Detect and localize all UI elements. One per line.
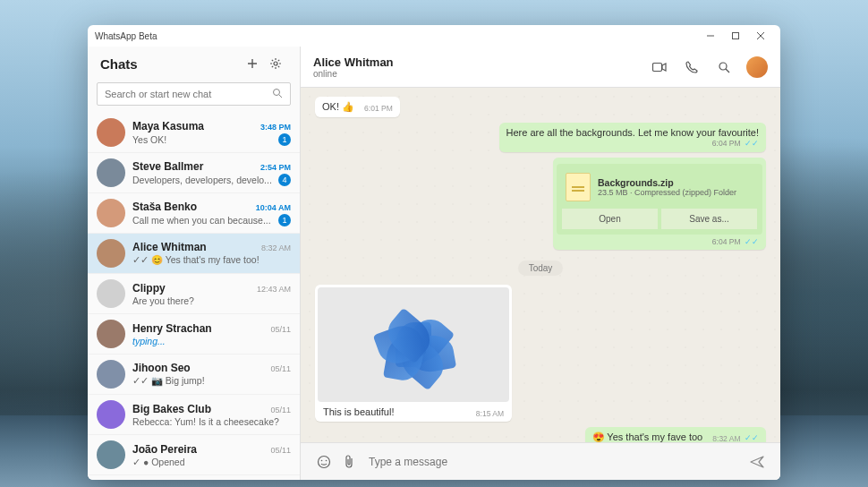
svg-point-13	[321, 459, 323, 461]
avatar	[97, 199, 125, 227]
svg-point-12	[319, 456, 330, 467]
chat-preview: Yes OK!	[132, 134, 278, 145]
chat-time: 3:48 PM	[260, 123, 291, 132]
chat-list-item[interactable]: Staša Benko 10:04 AM Call me when you ca…	[88, 193, 300, 234]
chat-time: 05/11	[270, 446, 291, 455]
search-input[interactable]	[105, 89, 272, 99]
chat-preview: ✓✓ 😊 Yes that's my fave too!	[132, 254, 291, 266]
save-attachment-button[interactable]: Save as...	[661, 209, 757, 229]
chat-list[interactable]: Maya Kasuma 3:48 PM Yes OK! 1 Steve Ball…	[88, 113, 300, 480]
svg-line-11	[726, 69, 729, 73]
minimize-button[interactable]	[698, 27, 723, 45]
chat-list-item[interactable]: Big Bakes Club 05/11 Rebecca: Yum! Is it…	[88, 395, 300, 435]
chat-list-item[interactable]: Marty Yates 04/11	[88, 475, 300, 480]
messages-area[interactable]: OK! 👍 6:01 PM Here are all the backgroun…	[301, 88, 780, 442]
unread-badge: 1	[278, 133, 291, 146]
contact-name: Alice Whitman	[313, 56, 641, 69]
chat-name: Maya Kasuma	[132, 120, 260, 132]
message-input[interactable]	[369, 456, 737, 468]
video-call-button[interactable]	[646, 54, 673, 81]
attachment-meta: 23.5 MB · Compressed (zipped) Folder	[598, 188, 736, 197]
read-ticks-icon: ✓✓	[742, 139, 759, 148]
open-attachment-button[interactable]: Open	[562, 209, 658, 229]
svg-line-8	[279, 95, 282, 98]
chat-name: Big Bakes Club	[132, 403, 270, 415]
contact-avatar[interactable]	[746, 56, 768, 78]
chat-name: João Pereira	[132, 443, 270, 456]
chat-list-item[interactable]: Alice Whitman 8:32 AM ✓✓ 😊 Yes that's my…	[88, 234, 300, 274]
conversation-header: Alice Whitman online	[301, 47, 780, 88]
svg-rect-9	[653, 63, 662, 71]
chat-list-item[interactable]: Maya Kasuma 3:48 PM Yes OK! 1	[88, 113, 300, 153]
chat-time: 05/11	[270, 364, 291, 373]
search-conversation-button[interactable]	[711, 54, 737, 81]
outgoing-message: Here are all the backgrounds. Let me kno…	[499, 123, 766, 152]
attachment-name: Backgrounds.zip	[598, 177, 736, 188]
titlebar: WhatsApp Beta	[88, 25, 780, 47]
chat-preview: Rebecca: Yum! Is it a cheesecake?	[132, 416, 291, 427]
new-chat-button[interactable]	[241, 52, 264, 75]
chat-preview: ✓ ● Opened	[132, 457, 291, 467]
svg-point-7	[274, 90, 280, 96]
avatar	[97, 279, 125, 308]
chat-time: 05/11	[270, 325, 291, 334]
svg-point-10	[719, 63, 727, 70]
avatar	[97, 360, 125, 389]
message-input-bar	[301, 442, 780, 480]
emoji-button[interactable]	[311, 449, 336, 474]
chat-time: 2:54 PM	[260, 163, 291, 172]
chat-preview: Are you there?	[132, 295, 291, 306]
unread-badge: 4	[278, 174, 291, 186]
voice-call-button[interactable]	[678, 54, 705, 81]
chat-time: 8:32 AM	[261, 244, 291, 252]
app-window: WhatsApp Beta Chats Maya Kasuma 3:4	[88, 25, 780, 480]
chat-preview: ✓✓ 📷 Big jump!	[132, 375, 291, 387]
chat-name: Steve Ballmer	[132, 160, 260, 173]
avatar	[97, 320, 125, 348]
chat-list-item[interactable]: João Pereira 05/11 ✓ ● Opened	[88, 435, 300, 475]
close-button[interactable]	[748, 27, 773, 45]
settings-button[interactable]	[264, 52, 287, 75]
chats-title: Chats	[100, 56, 241, 72]
chat-preview: typing...	[132, 336, 291, 346]
avatar	[97, 158, 125, 187]
app-title: WhatsApp Beta	[95, 31, 157, 41]
read-ticks-icon: ✓✓	[742, 237, 759, 246]
image-thumbnail[interactable]	[318, 287, 509, 402]
avatar	[97, 118, 125, 147]
send-button[interactable]	[745, 449, 770, 474]
image-caption: This is beautiful!	[323, 406, 394, 417]
chat-list-item[interactable]: Clippy 12:43 AM Are you there?	[88, 274, 300, 314]
search-box[interactable]	[97, 82, 291, 106]
incoming-image-message[interactable]: This is beautiful! 8:15 AM	[315, 285, 512, 422]
svg-point-6	[274, 62, 277, 65]
attach-button[interactable]	[336, 449, 362, 474]
chat-time: 10:04 AM	[256, 203, 291, 212]
chat-name: Jihoon Seo	[132, 362, 270, 374]
chat-preview: Developers, developers, develo...	[132, 175, 278, 185]
unread-badge: 1	[278, 214, 291, 226]
contact-status: online	[313, 69, 641, 79]
svg-rect-1	[733, 33, 739, 39]
avatar	[97, 239, 125, 268]
search-icon	[272, 86, 283, 102]
chat-name: Alice Whitman	[132, 241, 261, 253]
avatar	[97, 400, 125, 429]
outgoing-message: 😍 Yes that's my fave too 8:32 AM ✓✓	[585, 427, 767, 442]
chat-time: 12:43 AM	[257, 285, 291, 294]
chat-list-item[interactable]: Jihoon Seo 05/11 ✓✓ 📷 Big jump!	[88, 355, 300, 395]
chat-preview: Call me when you can because...	[132, 215, 278, 226]
sidebar: Chats Maya Kasuma 3:48 PM Yes OK! 1	[88, 47, 301, 480]
maximize-button[interactable]	[723, 27, 748, 45]
svg-point-14	[326, 459, 328, 461]
chat-name: Clippy	[132, 282, 257, 295]
chat-list-item[interactable]: Steve Ballmer 2:54 PM Developers, develo…	[88, 153, 300, 193]
chat-name: Staša Benko	[132, 201, 256, 213]
incoming-message: OK! 👍 6:01 PM	[315, 97, 400, 117]
attachment-message: Backgrounds.zip 23.5 MB · Compressed (zi…	[553, 158, 766, 250]
read-ticks-icon: ✓✓	[742, 433, 759, 442]
chat-list-item[interactable]: Henry Strachan 05/11 typing...	[88, 314, 300, 355]
avatar	[97, 440, 125, 469]
zip-file-icon	[566, 173, 591, 201]
conversation-panel: Alice Whitman online OK! 👍 6:01 PM	[301, 47, 780, 480]
